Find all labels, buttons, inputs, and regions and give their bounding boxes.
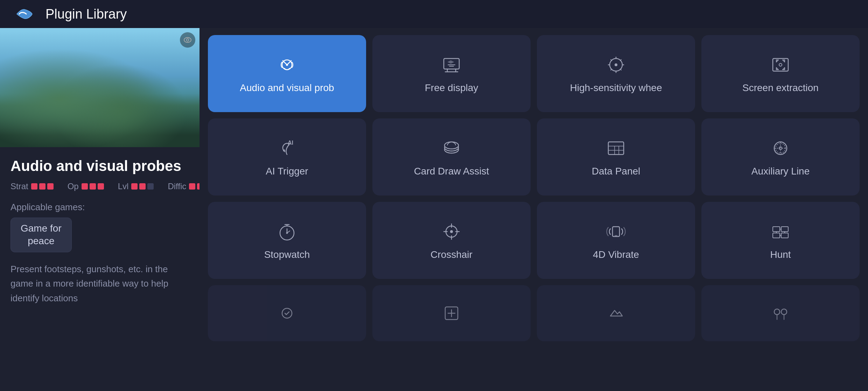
svg-point-3 <box>286 64 288 66</box>
rating-op: Op <box>68 181 104 191</box>
rating-lvl: Lvl <box>118 181 154 191</box>
plugin-row-2: AI AI Trigger Card Draw Assist <box>208 118 860 196</box>
svg-rect-7 <box>773 59 788 71</box>
dot <box>147 183 154 190</box>
applicable-label: Applicable games: <box>10 202 189 213</box>
left-panel: Audio and visual probes Strat Op <box>0 28 200 391</box>
rating-strat: Strat <box>10 181 54 191</box>
rating-diffic: Diffic <box>168 181 200 191</box>
rating-op-dots <box>82 183 104 190</box>
svg-rect-27 <box>773 227 780 232</box>
plugin-card-ai-trigger[interactable]: AI AI Trigger <box>208 118 366 196</box>
game-tag[interactable]: Game forpeace <box>10 218 72 252</box>
plugin-card-hunt[interactable]: Hunt <box>701 202 860 279</box>
plugin-card-crosshair[interactable]: Crosshair <box>372 202 531 279</box>
4d-vibrate-icon <box>605 220 627 243</box>
svg-rect-29 <box>773 233 780 238</box>
free-display-icon <box>440 54 463 76</box>
dot <box>131 183 138 190</box>
plugin-card-free-display[interactable]: Free display <box>372 35 531 112</box>
hunt-icon <box>769 220 792 243</box>
audio-visual-icon <box>276 54 298 76</box>
svg-point-12 <box>444 142 458 149</box>
dot <box>47 183 54 190</box>
main-layout: Audio and visual probes Strat Op <box>0 28 868 391</box>
svg-point-0 <box>184 37 191 42</box>
plugin-card-ai-trigger-label: AI Trigger <box>266 166 308 177</box>
plugin-row-4 <box>208 285 860 341</box>
dot <box>82 183 88 190</box>
extra2-icon <box>440 302 463 324</box>
extra4-icon <box>769 302 792 324</box>
plugin-card-data-panel[interactable]: Data Panel <box>537 118 695 196</box>
plugin-card-extra-2[interactable] <box>372 285 531 341</box>
svg-rect-30 <box>781 233 788 238</box>
game-preview <box>0 28 200 147</box>
plugin-card-extra-4[interactable] <box>701 285 860 341</box>
stopwatch-icon <box>276 220 298 243</box>
plugin-card-extra-3[interactable] <box>537 285 695 341</box>
dot <box>197 183 200 190</box>
dot <box>139 183 146 190</box>
svg-rect-4 <box>444 59 459 69</box>
extra3-icon <box>605 302 627 324</box>
rating-op-label: Op <box>68 181 79 191</box>
auxiliary-line-icon <box>769 137 792 159</box>
preview-eye-icon[interactable] <box>180 32 195 48</box>
description: Present footsteps, gunshots, etc. in the… <box>10 262 189 306</box>
info-panel: Audio and visual probes Strat Op <box>0 147 200 391</box>
svg-point-34 <box>781 309 787 315</box>
data-panel-icon <box>605 137 627 159</box>
high-sensitivity-icon <box>605 54 627 76</box>
plugin-card-card-draw[interactable]: Card Draw Assist <box>372 118 531 196</box>
screen-extraction-icon <box>769 54 792 76</box>
plugin-card-high-sensitivity[interactable]: High-sensitivity whee <box>537 35 695 112</box>
plugin-card-4d-vibrate-label: 4D Vibrate <box>593 249 639 260</box>
rating-strat-label: Strat <box>10 181 28 191</box>
plugin-card-extra-1[interactable] <box>208 285 366 341</box>
rating-diffic-dots <box>189 183 200 190</box>
dot <box>98 183 104 190</box>
card-draw-icon <box>440 137 463 159</box>
plugin-card-card-draw-label: Card Draw Assist <box>414 166 489 177</box>
dot <box>90 183 96 190</box>
ai-trigger-icon: AI <box>276 137 298 159</box>
svg-rect-28 <box>781 227 788 232</box>
plugin-card-screen-extraction-label: Screen extraction <box>742 82 819 94</box>
svg-point-22 <box>286 232 288 234</box>
dot <box>189 183 195 190</box>
plugin-card-auxiliary-line[interactable]: Auxiliary Line <box>701 118 860 196</box>
game-preview-bg <box>0 28 200 147</box>
plugin-row-3: Stopwatch Crosshair <box>208 202 860 279</box>
svg-point-8 <box>779 63 782 66</box>
svg-point-6 <box>615 63 617 66</box>
plugin-card-high-sensitivity-label: High-sensitivity whee <box>570 82 662 94</box>
crosshair-icon <box>440 220 463 243</box>
dot <box>31 183 37 190</box>
extra1-icon <box>276 302 298 324</box>
plugin-card-hunt-label: Hunt <box>770 249 791 260</box>
svg-point-33 <box>774 309 780 315</box>
plugin-card-stopwatch[interactable]: Stopwatch <box>208 202 366 279</box>
svg-point-24 <box>450 230 453 233</box>
svg-rect-26 <box>615 235 617 236</box>
plugin-card-screen-extraction[interactable]: Screen extraction <box>701 35 860 112</box>
plugin-title: Audio and visual probes <box>10 158 189 174</box>
plugin-card-audio-visual[interactable]: Audio and visual prob <box>208 35 366 112</box>
ratings-row: Strat Op Lvl <box>10 181 189 191</box>
svg-rect-25 <box>612 227 620 236</box>
svg-rect-13 <box>608 142 624 155</box>
header: Plugin Library <box>0 0 868 28</box>
plugin-card-crosshair-label: Crosshair <box>430 249 472 260</box>
rating-lvl-dots <box>131 183 154 190</box>
svg-point-31 <box>282 308 292 318</box>
logo-icon <box>14 5 35 23</box>
plugin-card-4d-vibrate[interactable]: 4D Vibrate <box>537 202 695 279</box>
plugin-card-data-panel-label: Data Panel <box>592 166 640 177</box>
rating-lvl-label: Lvl <box>118 181 129 191</box>
rating-strat-dots <box>31 183 54 190</box>
plugin-card-stopwatch-label: Stopwatch <box>264 249 310 260</box>
plugin-card-free-display-label: Free display <box>425 82 478 94</box>
header-title: Plugin Library <box>46 7 127 22</box>
plugin-card-audio-visual-label: Audio and visual prob <box>240 82 334 94</box>
